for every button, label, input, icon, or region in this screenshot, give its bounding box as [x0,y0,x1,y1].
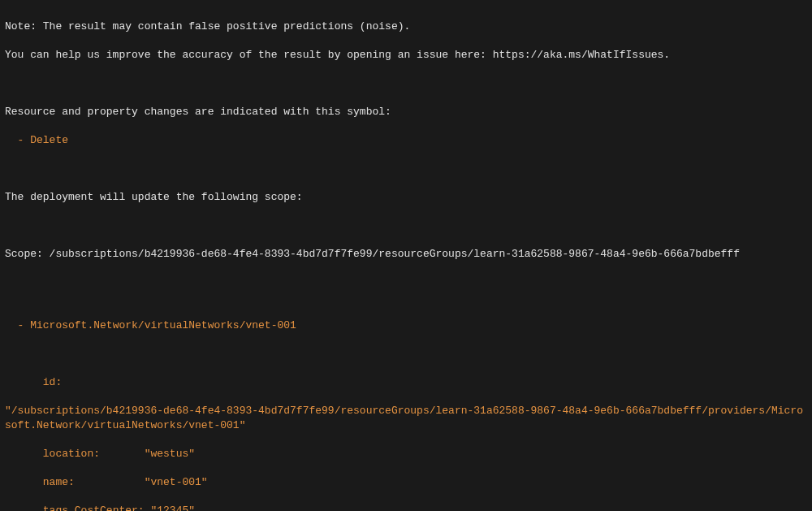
scope-value: /subscriptions/b4219936-de68-4fe4-8393-4… [50,248,740,260]
note-line-2: You can help us improve the accuracy of … [5,48,807,63]
scope-intro: The deployment will update the following… [5,190,807,205]
res1-costcenter-val: "12345" [145,505,195,511]
blank [5,219,807,233]
res1-location: location: "westus" [5,447,807,461]
res1-id-key: id: [5,375,807,390]
blank [5,76,807,91]
res1-location-key: location: [5,448,145,460]
note-line-1: Note: The result may contain false posit… [5,19,807,34]
terminal-output[interactable]: Note: The result may contain false posit… [0,0,812,511]
scope-line: Scope: /subscriptions/b4219936-de68-4fe4… [5,247,807,262]
delete-legend: - Delete [5,133,807,148]
res1-name: name: "vnet-001" [5,475,807,490]
res1-name-val: "vnet-001" [145,476,208,488]
resource-1-header: - Microsoft.Network/virtualNetworks/vnet… [5,318,807,333]
blank [5,162,807,176]
res1-costcenter-key: tags.CostCenter: [5,505,145,511]
blank [5,275,807,290]
scope-label: Scope: [5,248,50,260]
res1-name-key: name: [5,476,145,488]
changes-intro: Resource and property changes are indica… [5,105,807,119]
res1-costcenter: tags.CostCenter: "12345" [5,504,807,511]
res1-location-val: "westus" [145,448,195,460]
blank [5,347,807,362]
res1-id-val: "/subscriptions/b4219936-de68-4fe4-8393-… [5,404,807,432]
